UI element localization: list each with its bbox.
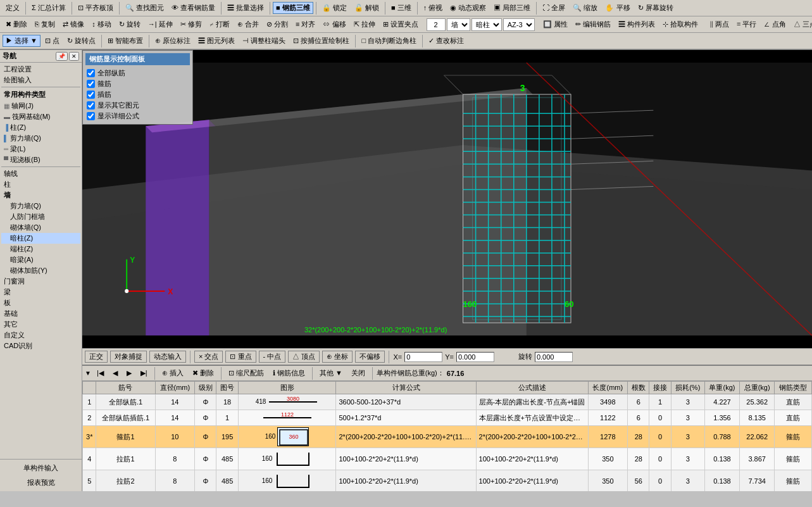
btn-rebar-3d[interactable]: ■ 钢筋三维 <box>273 2 313 14</box>
btn-check-mark[interactable]: ✓ 查改标注 <box>425 35 467 47</box>
btn-origin-mark[interactable]: ⊕ 原位标注 <box>152 35 194 47</box>
btn-screen-rotate[interactable]: ↻ 屏幕旋转 <box>635 2 677 14</box>
sidebar-item-wall[interactable]: 墙 <box>1 190 80 201</box>
btn-set-grip[interactable]: ⊞ 设置夹点 <box>380 18 422 30</box>
btn-pick-component[interactable]: ⊹ 拾取构件 <box>659 18 701 30</box>
sidebar-close-btn[interactable]: ✕ <box>69 52 79 61</box>
btn-lock[interactable]: 🔒 锁定 <box>319 2 350 14</box>
sidebar-item-drawing-input[interactable]: 绘图输入 <box>1 75 80 85</box>
btn-endpoint[interactable]: ⊡ 重点 <box>225 351 256 363</box>
cb-detail-formula[interactable] <box>87 112 95 120</box>
btn-point-angle[interactable]: ∠ 点角 <box>761 18 789 30</box>
btn-find-element[interactable]: 🔍 查找图元 <box>122 2 167 14</box>
cb-stirrup[interactable] <box>87 80 95 88</box>
btn-view-rebar[interactable]: 👁 查看钢筋量 <box>168 2 218 14</box>
btn-scale-rebar[interactable]: ⊡ 缩尺配筋 <box>225 367 267 379</box>
btn-object-snap[interactable]: 对象捕捉 <box>110 351 147 363</box>
btn-pan[interactable]: ✋ 平移 <box>602 2 633 14</box>
sidebar-item-slab[interactable]: ▀ 现浇板(B) <box>1 154 80 165</box>
sidebar-item-airdef-wall[interactable]: 人防门框墙 <box>1 211 80 222</box>
btn-copy[interactable]: ⎘ 复制 <box>32 18 58 30</box>
btn-single-component[interactable]: 单构件输入 <box>3 462 79 474</box>
btn-local-3d[interactable]: ▣ 局部三维 <box>490 2 534 14</box>
sidebar-item-masonry-rebar[interactable]: 砌体加筋(Y) <box>1 265 80 276</box>
y-input[interactable] <box>456 352 494 362</box>
sidebar-item-shear-wall[interactable]: ▌ 剪力墙(Q) <box>1 133 80 144</box>
sidebar-item-foundation[interactable]: 基础 <box>1 308 80 319</box>
sidebar-item-col[interactable]: 柱 <box>1 179 80 190</box>
sidebar-pin-btn[interactable]: 📌 <box>56 52 68 61</box>
btn-rebar-info[interactable]: ℹ 钢筋信息 <box>270 367 308 379</box>
sidebar-item-slab2[interactable]: 板 <box>1 297 80 308</box>
btn-select[interactable]: ▶ 选择 ▼ <box>3 35 41 47</box>
btn-other[interactable]: 其他 ▼ <box>316 367 346 379</box>
btn-nav-last[interactable]: ▶| <box>137 368 151 379</box>
sidebar-item-masonry-wall[interactable]: 砌体墙(Q) <box>1 222 80 233</box>
btn-stretch[interactable]: ⇱ 拉伸 <box>351 18 378 30</box>
checkbox-other-elements[interactable]: 显示其它图元 <box>85 100 190 111</box>
sidebar-item-cad-recognize[interactable]: CAD识别 <box>1 341 80 351</box>
checkbox-detail-formula[interactable]: 显示详细公式 <box>85 111 190 122</box>
btn-edit-rebar[interactable]: ✏ 编辑钢筋 <box>572 18 614 30</box>
btn-two-point[interactable]: ∥ 两点 <box>706 18 732 30</box>
subtype-select[interactable]: 暗柱 <box>472 18 502 31</box>
table-row[interactable]: 1全部纵筋.114Φ18418 3080 3600-500-120+37*d层高… <box>83 394 812 410</box>
btn-merge[interactable]: ⊕ 合并 <box>234 18 262 30</box>
btn-break[interactable]: ⌿ 打断 <box>206 18 233 30</box>
viewport-3d[interactable]: 3 Y X 160 60 32* <box>82 50 812 348</box>
sidebar-item-door-window[interactable]: 门窗洞 <box>1 276 80 287</box>
btn-three-point-axis[interactable]: △ 三点辅轴 <box>790 18 812 30</box>
btn-component-list[interactable]: ☰ 构件列表 <box>615 18 658 30</box>
btn-3d[interactable]: ■ 三维 <box>388 2 415 14</box>
btn-dynamic-input[interactable]: 动态输入 <box>149 351 186 363</box>
sidebar-item-end-column[interactable]: 端柱(Z) <box>1 244 80 254</box>
btn-parallel[interactable]: = 平行 <box>734 18 759 30</box>
sidebar-item-axis[interactable]: ▦ 轴网(J) <box>1 101 80 111</box>
cb-all-rebar[interactable] <box>87 69 95 77</box>
btn-extend[interactable]: →| 延伸 <box>145 18 176 30</box>
btn-top-view[interactable]: ↑ 俯视 <box>420 2 446 14</box>
btn-nav-prev[interactable]: ◀ <box>109 368 121 379</box>
sidebar-item-dark-beam[interactable]: 暗梁(A) <box>1 254 80 265</box>
table-row[interactable]: 4拉筋18Φ485160 100+100-2*20+2*(11.9*d)100+… <box>83 448 812 470</box>
sidebar-item-axisline[interactable]: 轴线 <box>1 168 80 179</box>
btn-dynamic-view[interactable]: ◉ 动态观察 <box>447 2 489 14</box>
checkbox-stirrup[interactable]: 箍筋 <box>85 78 190 89</box>
btn-point[interactable]: ⊡ 点 <box>42 35 63 47</box>
sidebar-item-beam[interactable]: ═ 梁(L) <box>1 144 80 154</box>
btn-level-board[interactable]: ⊡ 平齐板顶 <box>75 2 116 14</box>
btn-rotate-point[interactable]: ↻ 旋转点 <box>64 35 99 47</box>
btn-zoom[interactable]: 🔍 缩放 <box>570 2 601 14</box>
table-row[interactable]: 5拉筋28Φ485160 100+100-2*20+2*(11.9*d)100+… <box>83 470 812 492</box>
component-select[interactable]: 墙 <box>447 18 470 31</box>
checkbox-insert-rebar[interactable]: 插筋 <box>85 89 190 100</box>
btn-move[interactable]: ↕ 移动 <box>89 18 115 30</box>
btn-report-preview[interactable]: 报表预览 <box>3 477 79 489</box>
sidebar-item-column[interactable]: ▐ 柱(Z) <box>1 122 80 133</box>
btn-align[interactable]: ≡ 对齐 <box>292 18 318 30</box>
btn-close-panel[interactable]: 关闭 <box>348 367 368 379</box>
btn-nav-first[interactable]: |◀ <box>94 368 107 379</box>
btn-define[interactable]: 定义 <box>3 2 23 14</box>
btn-mirror[interactable]: ⇄ 镜像 <box>59 18 87 30</box>
btn-adjust-column-end[interactable]: ⊣ 调整柱端头 <box>239 35 289 47</box>
table-row[interactable]: 3*箍筋110Φ195160 360 2*(200+200-2*20+100+1… <box>83 426 812 448</box>
btn-element-list[interactable]: ☰ 图元列表 <box>195 35 238 47</box>
sidebar-item-other[interactable]: 其它 <box>1 319 80 330</box>
btn-rotate[interactable]: ↻ 旋转 <box>116 18 144 30</box>
btn-trim[interactable]: ✂ 修剪 <box>177 18 205 30</box>
sidebar-item-dark-column[interactable]: 暗柱(Z) <box>1 233 80 244</box>
sidebar-item-raft[interactable]: ▬ 筏网基础(M) <box>1 111 80 122</box>
table-row[interactable]: 2全部纵筋插筋.114Φ1 1122 500+1.2*37*d本层露出长度+节点… <box>83 410 812 426</box>
btn-split[interactable]: ⊘ 分割 <box>263 18 291 30</box>
cb-insert-rebar[interactable] <box>87 91 95 99</box>
btn-unlock[interactable]: 🔓 解锁 <box>351 2 382 14</box>
btn-property[interactable]: 🔲 属性 <box>540 18 571 30</box>
btn-vertex[interactable]: △ 顶点 <box>288 351 320 363</box>
level-input[interactable] <box>427 18 446 31</box>
btn-draw-column-by-pos[interactable]: ⊡ 按捕位置绘制柱 <box>290 35 353 47</box>
btn-smart-layout[interactable]: ⊞ 智能布置 <box>104 35 146 47</box>
btn-delete[interactable]: ✖ 删除 <box>3 18 30 30</box>
cb-other-elements[interactable] <box>87 101 95 110</box>
btn-auto-corner[interactable]: □ 自动判断边角柱 <box>358 35 420 47</box>
